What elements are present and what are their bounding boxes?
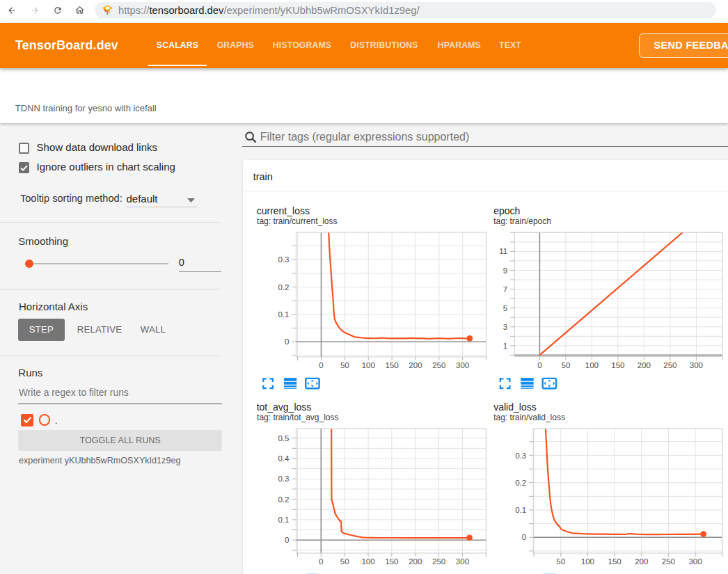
svg-text:0: 0 — [522, 533, 526, 541]
svg-text:50: 50 — [340, 361, 349, 369]
svg-text:3: 3 — [503, 323, 507, 331]
svg-text:0: 0 — [537, 361, 541, 369]
svg-text:150: 150 — [611, 361, 624, 369]
svg-text:250: 250 — [662, 557, 675, 566]
svg-text:0.2: 0.2 — [515, 479, 526, 487]
svg-text:0.3: 0.3 — [278, 255, 289, 264]
svg-text:300: 300 — [688, 557, 702, 566]
svg-text:5: 5 — [503, 304, 507, 312]
svg-text:150: 150 — [385, 557, 398, 566]
svg-text:0: 0 — [285, 536, 289, 544]
svg-text:0.2: 0.2 — [278, 283, 289, 292]
svg-text:0.3: 0.3 — [515, 452, 526, 460]
svg-text:11: 11 — [499, 247, 507, 255]
svg-text:0.1: 0.1 — [278, 516, 289, 524]
svg-text:0.5: 0.5 — [278, 434, 289, 443]
svg-text:300: 300 — [456, 361, 469, 369]
svg-text:0.4: 0.4 — [278, 454, 290, 463]
svg-text:50: 50 — [562, 361, 571, 369]
svg-text:0: 0 — [285, 337, 289, 346]
svg-text:0.3: 0.3 — [278, 475, 289, 483]
svg-text:200: 200 — [635, 557, 648, 566]
svg-text:200: 200 — [409, 361, 422, 369]
svg-text:0: 0 — [319, 361, 323, 369]
svg-text:100: 100 — [585, 361, 599, 369]
svg-text:0.1: 0.1 — [515, 506, 526, 514]
svg-text:250: 250 — [663, 361, 676, 369]
svg-text:50: 50 — [556, 557, 565, 566]
svg-text:100: 100 — [362, 361, 375, 369]
svg-text:150: 150 — [608, 557, 621, 566]
svg-text:0.1: 0.1 — [278, 310, 289, 319]
svg-text:200: 200 — [638, 361, 651, 369]
svg-text:0.2: 0.2 — [278, 495, 289, 504]
svg-text:250: 250 — [432, 361, 445, 369]
svg-text:300: 300 — [456, 557, 469, 566]
svg-text:50: 50 — [340, 557, 349, 566]
svg-text:200: 200 — [409, 557, 422, 566]
svg-text:300: 300 — [690, 361, 703, 369]
svg-text:1: 1 — [503, 342, 507, 350]
svg-text:150: 150 — [385, 361, 398, 369]
svg-text:0: 0 — [319, 557, 323, 566]
svg-text:7: 7 — [503, 285, 507, 294]
svg-text:100: 100 — [361, 557, 374, 566]
svg-text:100: 100 — [581, 557, 594, 566]
svg-text:9: 9 — [503, 266, 507, 275]
svg-text:250: 250 — [432, 557, 445, 566]
